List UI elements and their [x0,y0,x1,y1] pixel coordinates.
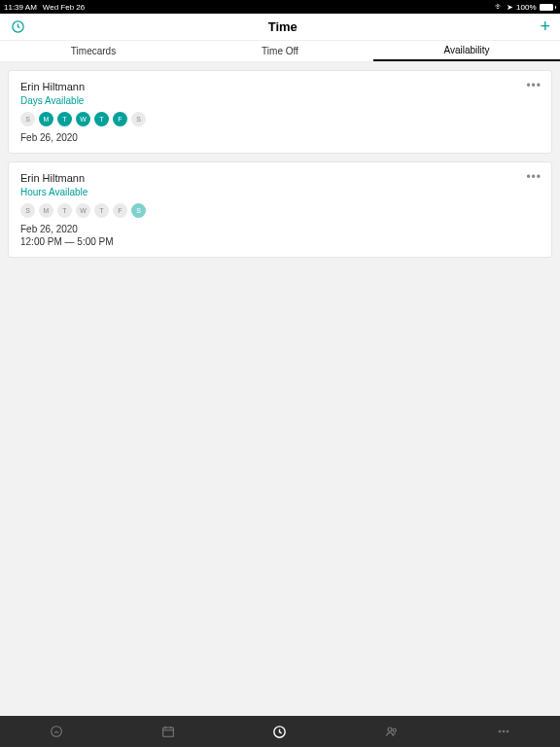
wifi-icon [495,2,504,12]
day-sun: S [20,203,35,218]
day-mon: M [39,112,53,126]
day-mon: M [39,203,53,218]
day-sat: S [131,203,146,218]
day-fri: F [113,112,127,126]
time-icon[interactable] [10,19,25,35]
add-button[interactable]: + [540,17,550,37]
tabs: Timecards Time Off Availability [0,41,560,62]
tab-timecards[interactable]: Timecards [0,41,187,61]
content-area: ••• Erin Hiltmann Days Available S M T W… [0,62,560,266]
location-icon [507,3,513,12]
day-fri: F [113,203,127,218]
more-button[interactable]: ••• [526,79,542,92]
employee-name: Erin Hiltmann [20,81,540,92]
nav-time-icon[interactable] [271,723,289,740]
svg-point-7 [503,730,505,732]
availability-card[interactable]: ••• Erin Hiltmann Hours Available S M T … [8,161,552,258]
tab-time-off[interactable]: Time Off [187,41,373,61]
svg-point-5 [393,729,396,731]
day-thu: T [94,112,109,126]
bottom-nav [0,716,560,747]
day-sat: S [131,112,146,126]
battery-percent: 100% [516,3,536,12]
card-subtitle: Days Available [20,95,540,106]
day-wed: W [76,112,90,126]
status-date: Wed Feb 26 [43,3,85,12]
nav-calendar-icon[interactable] [159,723,177,740]
employee-name: Erin Hiltmann [20,172,540,184]
day-indicators: S M T W T F S [20,203,540,218]
nav-people-icon[interactable] [383,723,401,740]
nav-dashboard-icon[interactable] [48,723,65,740]
nav-bar: Time + [0,14,560,41]
day-sun: S [20,112,35,126]
day-thu: T [94,203,109,218]
day-tue: T [57,203,72,218]
svg-point-8 [507,730,508,732]
svg-rect-2 [162,728,173,736]
effective-date: Feb 26, 2020 [20,132,540,143]
day-tue: T [57,112,72,126]
battery-icon [540,4,557,11]
nav-more-icon[interactable] [495,723,512,740]
card-subtitle: Hours Available [20,187,540,197]
day-indicators: S M T W T F S [20,112,540,126]
effective-date: Feb 26, 2020 [20,224,540,234]
day-wed: W [76,203,90,218]
svg-point-6 [499,730,501,732]
availability-card[interactable]: ••• Erin Hiltmann Days Available S M T W… [8,70,552,154]
tab-availability[interactable]: Availability [373,41,560,61]
time-range: 12:00 PM — 5:00 PM [20,236,540,247]
status-bar: 11:39 AM Wed Feb 26 100% [0,0,560,14]
svg-point-4 [388,728,392,731]
page-title: Time [25,19,540,34]
status-time: 11:39 AM [4,3,37,12]
more-button[interactable]: ••• [526,170,542,184]
